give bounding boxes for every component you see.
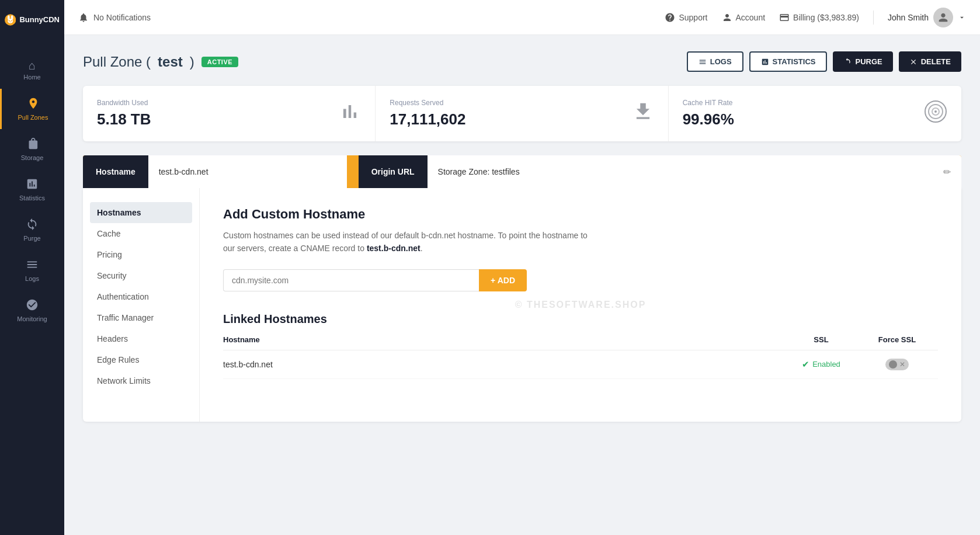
sidebar-item-logs-label: Logs	[25, 275, 39, 282]
support-link[interactable]: Support	[665, 12, 707, 23]
sidebar-item-monitoring-label: Monitoring	[17, 315, 47, 322]
origin-value: Storage Zone: testfiles ✏	[428, 155, 961, 188]
sidebar-item-pull-zones-label: Pull Zones	[18, 114, 48, 121]
edit-origin-icon[interactable]: ✏	[943, 166, 951, 178]
linked-hostnames-table: Hostname SSL Force SSL test.b-cdn.net ✔	[223, 335, 938, 379]
watermark: © THESOFTWARE.SHOP	[515, 300, 647, 310]
storage-icon	[26, 137, 39, 152]
table-row: test.b-cdn.net ✔ Enabled	[223, 350, 938, 378]
topnav: No Notifications Support Account Billing…	[64, 0, 980, 35]
username-text: John Smith	[888, 13, 929, 22]
sidebar-item-monitoring[interactable]: Monitoring	[0, 290, 64, 331]
hostname-value: test.b-cdn.net	[148, 155, 347, 188]
stat-cache-hit: Cache HIT Rate 99.96%	[669, 86, 961, 141]
cache-hit-label: Cache HIT Rate	[683, 99, 734, 107]
delete-btn-icon	[909, 58, 918, 66]
notifications-button[interactable]: No Notifications	[78, 12, 151, 23]
chevron-down-icon	[958, 13, 966, 22]
svg-point-10	[934, 110, 937, 113]
statistics-button[interactable]: STATISTICS	[749, 51, 828, 72]
svg-point-3	[8, 19, 13, 23]
origin-tab[interactable]: Origin URL	[359, 155, 428, 188]
ssl-check-icon: ✔	[802, 359, 809, 370]
user-menu[interactable]: John Smith	[888, 8, 966, 27]
bandwidth-value: 5.18 TB	[97, 110, 151, 128]
page-title-suffix: )	[190, 54, 194, 70]
linked-hostnames-title: Linked Hostnames	[223, 312, 938, 326]
active-badge: ACTIVE	[201, 57, 238, 67]
stats-row: Bandwidth Used 5.18 TB Requests Served 1…	[83, 86, 961, 141]
page-title-prefix: Pull Zone (	[83, 54, 151, 70]
main-area: No Notifications Support Account Billing…	[64, 0, 980, 535]
col-hostname: Hostname	[223, 335, 786, 350]
stat-bandwidth: Bandwidth Used 5.18 TB	[83, 86, 376, 141]
cname-link[interactable]: test.b-cdn.net	[367, 244, 421, 253]
avatar	[933, 8, 953, 27]
left-nav: Hostnames Cache Pricing Security Authent…	[83, 188, 200, 422]
bell-icon	[78, 12, 89, 23]
page-content: Pull Zone (test) ACTIVE LOGS STATISTICS …	[64, 35, 980, 535]
notifications-text: No Notifications	[93, 13, 151, 22]
cache-hit-icon	[924, 100, 947, 128]
nav-item-cache[interactable]: Cache	[83, 223, 199, 244]
bandwidth-icon	[339, 100, 361, 127]
sidebar: BunnyCDN ⌂ Home Pull Zones Storage Stat	[0, 0, 64, 535]
sidebar-logo[interactable]: BunnyCDN	[0, 0, 64, 40]
col-ssl: SSL	[786, 335, 856, 350]
hostname-tab[interactable]: Hostname	[83, 155, 148, 188]
sidebar-logo-text: BunnyCDN	[19, 15, 60, 25]
pullzone-content: Hostnames Cache Pricing Security Authent…	[83, 188, 961, 422]
nav-item-hostnames[interactable]: Hostnames	[90, 202, 192, 223]
sidebar-item-logs[interactable]: Logs	[0, 250, 64, 290]
toggle-x-icon: ✕	[899, 360, 905, 369]
svg-point-5	[11, 20, 12, 21]
ssl-status-cell: ✔ Enabled	[786, 350, 856, 378]
add-hostname-button[interactable]: + ADD	[479, 269, 527, 291]
hostname-input[interactable]	[223, 269, 479, 291]
nav-item-traffic-manager[interactable]: Traffic Manager	[83, 307, 199, 328]
sidebar-item-pull-zones[interactable]: Pull Zones	[0, 89, 64, 129]
sidebar-item-purge[interactable]: Purge	[0, 210, 64, 250]
topnav-right: Support Account Billing ($3,983.89) John…	[665, 8, 966, 27]
bunny-logo-icon	[5, 9, 16, 30]
nav-item-edge-rules[interactable]: Edge Rules	[83, 349, 199, 370]
sidebar-item-home[interactable]: ⌂ Home	[0, 51, 64, 89]
force-ssl-toggle[interactable]: ✕	[885, 359, 909, 370]
requests-value: 17,111,602	[390, 110, 465, 128]
ssl-enabled-text: Enabled	[812, 360, 840, 369]
support-text: Support	[679, 13, 707, 22]
logs-button[interactable]: LOGS	[687, 51, 743, 72]
account-link[interactable]: Account	[722, 12, 766, 23]
purge-btn-icon	[843, 58, 852, 66]
right-content: Add Custom Hostname © THESOFTWARE.SHOP C…	[200, 188, 961, 398]
billing-text: Billing ($3,983.89)	[793, 13, 859, 22]
billing-link[interactable]: Billing ($3,983.89)	[779, 12, 859, 23]
nav-item-network-limits[interactable]: Network Limits	[83, 370, 199, 391]
page-title-bold: test	[158, 54, 183, 70]
nav-item-security[interactable]: Security	[83, 265, 199, 286]
delete-button[interactable]: DELETE	[899, 51, 961, 72]
monitoring-icon	[26, 298, 39, 313]
logs-icon	[26, 258, 39, 273]
sidebar-item-storage-label: Storage	[21, 154, 44, 161]
right-content-wrapper: Add Custom Hostname © THESOFTWARE.SHOP C…	[200, 188, 961, 422]
home-icon: ⌂	[29, 60, 36, 71]
page-header: Pull Zone (test) ACTIVE LOGS STATISTICS …	[83, 51, 961, 72]
force-ssl-cell: ✕	[856, 350, 938, 378]
toggle-circle	[889, 360, 897, 369]
pull-zones-icon	[27, 97, 40, 112]
nav-item-pricing[interactable]: Pricing	[83, 244, 199, 265]
stats-btn-icon	[761, 58, 769, 66]
page-title: Pull Zone (test) ACTIVE	[83, 54, 238, 70]
bandwidth-label: Bandwidth Used	[97, 99, 151, 107]
section-title: Add Custom Hostname	[223, 207, 938, 222]
sidebar-item-storage[interactable]: Storage	[0, 129, 64, 169]
nav-item-authentication[interactable]: Authentication	[83, 286, 199, 307]
topnav-divider	[873, 11, 874, 25]
nav-item-headers[interactable]: Headers	[83, 328, 199, 349]
sidebar-item-home-label: Home	[23, 74, 40, 81]
purge-button[interactable]: PURGE	[833, 51, 892, 72]
sidebar-item-statistics[interactable]: Statistics	[0, 169, 64, 210]
purge-icon	[26, 218, 39, 232]
section-description: Custom hostnames can be used instead of …	[223, 229, 597, 255]
